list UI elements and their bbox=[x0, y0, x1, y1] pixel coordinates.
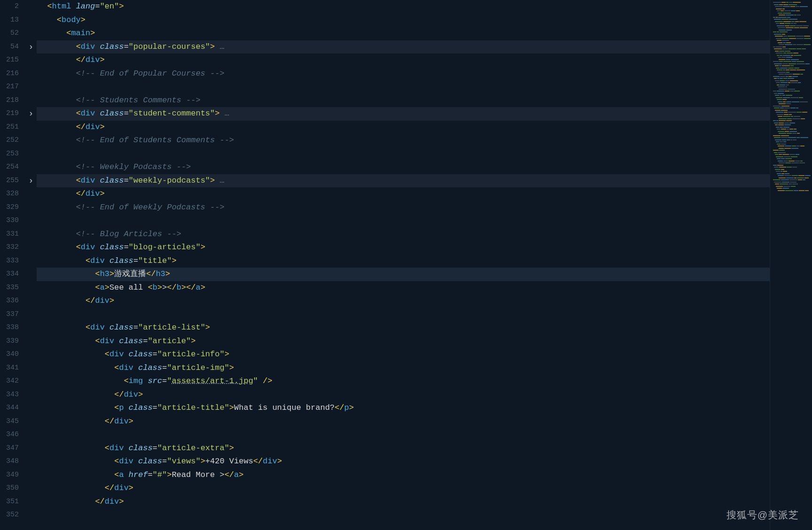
code-line[interactable]: </div> bbox=[37, 121, 812, 134]
code-line[interactable]: <!-- Blog Articles --> bbox=[37, 228, 812, 241]
fold-blank bbox=[25, 94, 37, 108]
line-number: 332 bbox=[0, 241, 19, 254]
line-number: 346 bbox=[0, 428, 19, 442]
fold-blank bbox=[25, 308, 37, 322]
code-line[interactable]: <!-- End of Weekly Podcasts --> bbox=[37, 201, 812, 215]
line-number: 54 bbox=[0, 40, 19, 54]
line-number-gutter: 2135254215216217218219251252253254255328… bbox=[0, 0, 25, 530]
line-number: 2 bbox=[0, 0, 19, 14]
line-number: 347 bbox=[0, 442, 19, 455]
line-number: 252 bbox=[0, 134, 19, 147]
code-line[interactable]: <img src="assests/art-1.jpg" /> bbox=[37, 375, 812, 388]
code-line[interactable]: </div> bbox=[37, 415, 812, 429]
code-line[interactable]: <!-- End of Popular Courses --> bbox=[37, 67, 812, 81]
code-line[interactable]: <div class="title"> bbox=[37, 254, 812, 268]
fold-blank bbox=[25, 134, 37, 147]
code-line[interactable]: <!-- End of Students Comments --> bbox=[37, 134, 812, 147]
fold-chevron-icon[interactable]: › bbox=[25, 107, 37, 121]
line-number: 253 bbox=[0, 147, 19, 161]
fold-blank bbox=[25, 254, 37, 268]
code-line[interactable]: <a>See all <b>></b></a> bbox=[37, 281, 812, 295]
line-number: 337 bbox=[0, 308, 19, 322]
code-line[interactable]: <div class="article-info"> bbox=[37, 348, 812, 361]
line-number: 219 bbox=[0, 107, 19, 121]
fold-blank bbox=[25, 455, 37, 469]
code-line[interactable]: <a href="#">Read More ></a> bbox=[37, 469, 812, 482]
fold-blank bbox=[25, 54, 37, 67]
line-number: 336 bbox=[0, 294, 19, 308]
code-line[interactable]: <html lang="en"> bbox=[37, 0, 812, 14]
line-number: 255 bbox=[0, 174, 19, 188]
fold-blank bbox=[25, 388, 37, 402]
code-line[interactable] bbox=[37, 214, 812, 228]
line-number: 341 bbox=[0, 361, 19, 375]
fold-blank bbox=[25, 321, 37, 335]
line-number: 216 bbox=[0, 67, 19, 81]
line-number: 217 bbox=[0, 80, 19, 94]
minimap[interactable] bbox=[770, 0, 812, 530]
fold-column: ››› bbox=[25, 0, 37, 530]
fold-blank bbox=[25, 14, 37, 27]
code-content[interactable]: <html lang="en"> <body> <main> <div clas… bbox=[37, 0, 812, 530]
code-line[interactable] bbox=[37, 147, 812, 161]
line-number: 331 bbox=[0, 228, 19, 241]
code-line[interactable]: <!-- Students Comments --> bbox=[37, 94, 812, 108]
line-number: 342 bbox=[0, 375, 19, 388]
fold-blank bbox=[25, 241, 37, 254]
line-number: 338 bbox=[0, 321, 19, 335]
fold-blank bbox=[25, 482, 37, 495]
line-number: 335 bbox=[0, 281, 19, 295]
line-number: 340 bbox=[0, 348, 19, 361]
fold-blank bbox=[25, 428, 37, 442]
code-line[interactable]: </div> bbox=[37, 187, 812, 201]
line-number: 328 bbox=[0, 187, 19, 201]
line-number: 13 bbox=[0, 14, 19, 27]
code-line[interactable]: </div> bbox=[37, 294, 812, 308]
code-line[interactable]: <p class="article-title">What is unique … bbox=[37, 401, 812, 415]
line-number: 330 bbox=[0, 214, 19, 228]
line-number: 351 bbox=[0, 495, 19, 509]
code-line[interactable]: <h3>游戏直播</h3> bbox=[37, 268, 812, 281]
code-line[interactable] bbox=[37, 428, 812, 442]
code-line[interactable]: <div class="article"> bbox=[37, 335, 812, 348]
fold-blank bbox=[25, 508, 37, 522]
code-line[interactable]: <div class="article-extra"> bbox=[37, 442, 812, 455]
code-line[interactable]: <body> bbox=[37, 14, 812, 27]
line-number: 350 bbox=[0, 482, 19, 495]
fold-blank bbox=[25, 415, 37, 429]
code-line[interactable]: </div> bbox=[37, 482, 812, 495]
fold-blank bbox=[25, 361, 37, 375]
line-number: 52 bbox=[0, 27, 19, 40]
line-number: 345 bbox=[0, 415, 19, 429]
code-line[interactable]: <div class="blog-articles"> bbox=[37, 241, 812, 254]
code-line[interactable]: <div class="student-comments"> … bbox=[37, 107, 812, 121]
fold-blank bbox=[25, 294, 37, 308]
line-number: 333 bbox=[0, 254, 19, 268]
fold-blank bbox=[25, 121, 37, 134]
line-number: 339 bbox=[0, 335, 19, 348]
line-number: 343 bbox=[0, 388, 19, 402]
code-line[interactable]: </div> bbox=[37, 54, 812, 67]
code-line[interactable]: <div class="article-list"> bbox=[37, 321, 812, 335]
fold-blank bbox=[25, 268, 37, 281]
code-line[interactable]: <div class="popular-courses"> … bbox=[37, 40, 812, 54]
code-editor: 2135254215216217218219251252253254255328… bbox=[0, 0, 812, 530]
fold-chevron-icon[interactable]: › bbox=[25, 174, 37, 188]
code-line[interactable]: </div> bbox=[37, 495, 812, 509]
fold-blank bbox=[25, 80, 37, 94]
code-line[interactable] bbox=[37, 508, 812, 522]
code-line[interactable]: <!-- Weekly Podcasts --> bbox=[37, 161, 812, 174]
code-line[interactable] bbox=[37, 80, 812, 94]
code-line[interactable] bbox=[37, 308, 812, 322]
code-line[interactable]: <div class="article-img"> bbox=[37, 361, 812, 375]
fold-blank bbox=[25, 375, 37, 388]
fold-chevron-icon[interactable]: › bbox=[25, 40, 37, 54]
fold-blank bbox=[25, 228, 37, 241]
code-line[interactable]: <div class="views">+420 Views</div> bbox=[37, 455, 812, 469]
fold-blank bbox=[25, 469, 37, 482]
line-number: 215 bbox=[0, 54, 19, 67]
code-line[interactable]: <main> bbox=[37, 27, 812, 40]
code-line[interactable]: </div> bbox=[37, 388, 812, 402]
code-line[interactable]: <div class="weekly-podcasts"> … bbox=[37, 174, 812, 188]
line-number: 334 bbox=[0, 268, 19, 281]
